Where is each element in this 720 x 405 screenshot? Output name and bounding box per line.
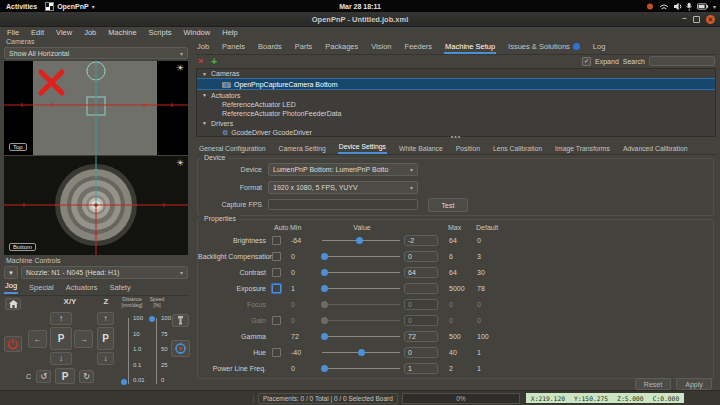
speed-slider-track[interactable] [156, 318, 157, 384]
park-z-button[interactable]: P [97, 327, 114, 350]
bottom-camera-view[interactable]: ☀ Bottom [4, 156, 188, 255]
capture-fps-input[interactable] [268, 199, 418, 210]
property-slider[interactable] [322, 363, 400, 373]
jog-x-minus-button[interactable]: ← [28, 330, 47, 348]
slider-thumb[interactable] [321, 333, 328, 340]
tree-row[interactable]: ▼ ⚙ Cameras [197, 69, 715, 78]
tree-row[interactable]: ⚙ ReferenceActuator PhotonFeederData [197, 109, 715, 118]
apply-button[interactable]: Apply [676, 378, 712, 390]
property-slider[interactable] [322, 267, 400, 277]
distance-slider-thumb[interactable] [121, 379, 127, 385]
format-dropdown[interactable]: 1920 x 1080, 5 FPS, YUYV ▾ [268, 181, 418, 194]
add-button[interactable]: + [211, 56, 217, 67]
property-value-input[interactable]: 0 [404, 347, 438, 358]
tree-row[interactable]: ▼ ⚙ Drivers [197, 119, 715, 128]
menu-item[interactable]: Window [184, 28, 211, 37]
system-tray[interactable]: ▾ [645, 2, 716, 11]
property-value-input[interactable]: -2 [404, 235, 438, 246]
property-value-input[interactable]: 0 [404, 299, 438, 310]
top-camera-view[interactable]: ☀ Top [4, 61, 188, 155]
maximize-button[interactable] [693, 16, 700, 23]
menu-item[interactable]: File [7, 28, 19, 37]
minimize-button[interactable]: − [682, 15, 687, 23]
machine-controls-tab[interactable]: Safety [108, 283, 131, 294]
menu-item[interactable]: View [56, 28, 72, 37]
slider-thumb[interactable] [321, 365, 328, 372]
power-button[interactable] [4, 336, 22, 352]
park-xy-button[interactable]: P [50, 327, 72, 350]
auto-checkbox[interactable] [272, 348, 281, 357]
close-button[interactable]: ✕ [706, 15, 715, 24]
main-tab[interactable]: Packages [324, 42, 359, 54]
activities-button[interactable]: Activities [6, 3, 37, 10]
app-menu-button[interactable]: OpenPnP ▾ [45, 2, 95, 11]
main-tab[interactable]: Log [592, 42, 607, 54]
slider-thumb[interactable] [321, 317, 328, 324]
camera-view-selector[interactable]: Show All Horizontal ▾ [4, 47, 188, 59]
delete-button[interactable]: × [198, 56, 203, 66]
jog-y-plus-button[interactable]: ↑ [50, 312, 72, 325]
main-tab[interactable]: Issues & Solutions [507, 42, 581, 54]
property-slider[interactable] [322, 283, 400, 293]
auto-checkbox[interactable] [272, 284, 281, 293]
jog-z-plus-button[interactable]: ↑ [97, 312, 114, 325]
tree-caret-icon[interactable]: ▼ [202, 71, 208, 77]
config-tab[interactable]: Lens Calibration [492, 145, 543, 154]
slider-thumb[interactable] [321, 301, 328, 308]
menu-item[interactable]: Job [84, 28, 96, 37]
clock[interactable]: Mar 28 18:11 [339, 3, 381, 10]
tree-row[interactable]: ⚙ ReferenceActuator LED [197, 100, 715, 109]
auto-checkbox[interactable] [272, 268, 281, 277]
property-value-input[interactable] [404, 283, 438, 294]
config-tab[interactable]: White Balance [398, 145, 444, 154]
property-slider[interactable] [322, 347, 400, 357]
tree-caret-icon[interactable]: ▼ [202, 92, 208, 98]
brightness-icon[interactable]: ☀ [176, 158, 184, 168]
machine-controls-tab[interactable]: Jog [4, 281, 18, 294]
test-button[interactable]: Test [428, 198, 468, 212]
slider-thumb[interactable] [321, 269, 328, 276]
jog-z-minus-button[interactable]: ↓ [97, 352, 114, 365]
nozzle-selector[interactable]: Nozzle: N1 - N045 (Head: H1) ▾ [21, 266, 188, 279]
property-value-input[interactable]: 1 [404, 363, 438, 374]
menu-item[interactable]: Help [222, 28, 237, 37]
slider-thumb[interactable] [321, 253, 328, 260]
position-camera-button[interactable] [171, 340, 190, 357]
property-value-input[interactable]: 72 [404, 331, 438, 342]
tree-caret-icon[interactable]: ▼ [202, 120, 208, 126]
home-button[interactable] [5, 298, 21, 310]
menu-item[interactable]: Scripts [149, 28, 172, 37]
park-c-button[interactable]: P [55, 368, 75, 384]
machine-controls-tab[interactable]: Special [28, 283, 55, 294]
config-tab[interactable]: Position [455, 145, 481, 154]
slider-thumb[interactable] [321, 285, 328, 292]
main-tab[interactable]: Job [196, 42, 210, 54]
search-input[interactable] [649, 56, 715, 66]
property-slider[interactable] [322, 235, 400, 245]
rotate-ccw-button[interactable]: ↺ [36, 370, 51, 383]
brightness-icon[interactable]: ☀ [176, 63, 184, 73]
main-tab[interactable]: Boards [257, 42, 283, 54]
speed-slider-thumb[interactable] [149, 316, 155, 322]
main-tab[interactable]: Parts [294, 42, 314, 54]
property-slider[interactable] [322, 315, 400, 325]
property-value-input[interactable]: 0 [404, 315, 438, 326]
menu-item[interactable]: Edit [31, 28, 44, 37]
rotate-cw-button[interactable]: ↻ [79, 370, 94, 383]
jog-y-minus-button[interactable]: ↓ [50, 352, 72, 365]
config-tab[interactable]: Advanced Calibration [622, 145, 689, 154]
property-slider[interactable] [322, 299, 400, 309]
config-tab[interactable]: Camera Setting [278, 145, 327, 154]
property-value-input[interactable]: 0 [404, 251, 438, 262]
slider-thumb[interactable] [358, 349, 365, 356]
head-select-button[interactable]: ▼ [4, 266, 18, 279]
main-tab[interactable]: Vision [370, 42, 392, 54]
property-slider[interactable] [322, 331, 400, 341]
tree-row[interactable]: ▼ ⚙ Actuators [197, 90, 715, 99]
device-dropdown[interactable]: LumenPnP Bottom: LumenPnP Botto ▾ [268, 163, 418, 176]
main-tab[interactable]: Feeders [404, 42, 434, 54]
slider-thumb[interactable] [356, 237, 363, 244]
auto-checkbox[interactable] [272, 236, 281, 245]
property-slider[interactable] [322, 251, 400, 261]
config-tab[interactable]: Device Settings [338, 143, 387, 154]
